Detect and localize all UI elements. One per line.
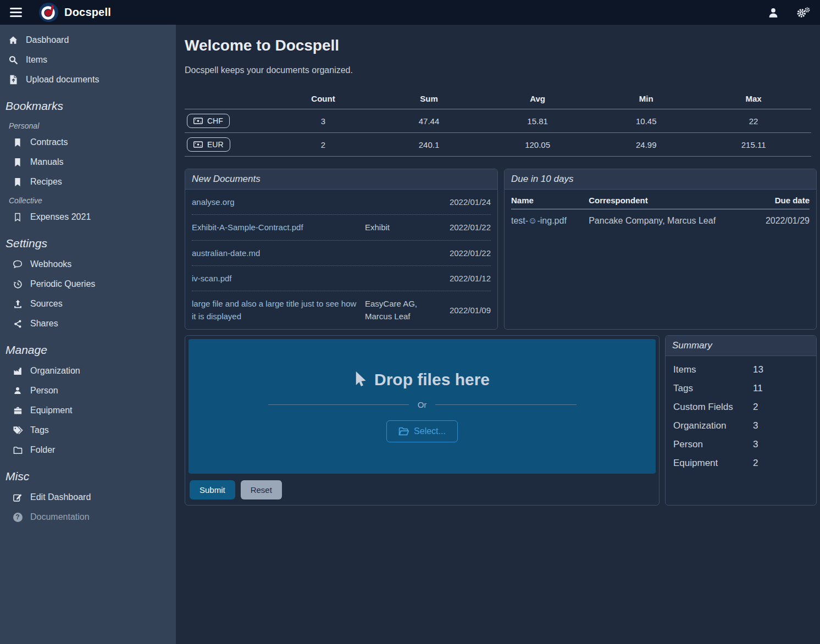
stat-value: 10.45 — [596, 109, 696, 133]
bookmark-outline-icon — [12, 213, 23, 222]
list-item: Organization 3 — [673, 417, 808, 435]
stat-value: 2 — [267, 133, 379, 157]
page-subtitle: Docspell keeps your documents organized. — [185, 65, 817, 75]
sidebar-item-contracts[interactable]: Contracts — [0, 132, 176, 152]
sidebar: Dasbhoard Items Upload documents Bookmar… — [0, 25, 176, 644]
sidebar-item-expenses-2021[interactable]: Expenses 2021 — [0, 207, 176, 227]
currency-label: EUR — [207, 140, 224, 149]
share-nodes-icon — [12, 319, 23, 329]
sidebar-item-equipment[interactable]: Equipment — [0, 401, 176, 420]
panel-title: New Documents — [185, 169, 497, 190]
document-date: 2022/01/22 — [441, 223, 491, 232]
main-content: Welcome to Docspell Docspell keeps your … — [176, 25, 820, 644]
document-link[interactable]: iv-scan.pdf — [192, 272, 359, 285]
summary-value: 3 — [753, 439, 758, 450]
list-item: Items 13 — [673, 360, 808, 379]
settings-gears-icon[interactable] — [796, 7, 810, 19]
list-item: Tags 11 — [673, 379, 808, 398]
bookmark-icon — [12, 177, 23, 187]
sidebar-item-documentation[interactable]: Documentation — [0, 507, 176, 527]
currency-chf-button[interactable]: CHF — [187, 114, 230, 128]
stats-col-count: Count — [267, 91, 379, 109]
edit-icon — [12, 493, 23, 502]
stat-value: 215.11 — [696, 133, 811, 157]
home-icon — [8, 35, 19, 45]
drop-files-label: Drop files here — [354, 370, 490, 389]
document-date: 2022/01/22 — [441, 248, 491, 258]
list-item: iv-scan.pdf 2022/01/12 — [192, 266, 491, 291]
summary-value: 2 — [753, 402, 758, 413]
document-link[interactable]: australian-date.md — [192, 247, 359, 259]
folder-open-icon — [398, 427, 409, 436]
document-link[interactable]: analyse.org — [192, 196, 359, 208]
sidebar-item-periodic-queries[interactable]: Periodic Queries — [0, 274, 176, 294]
tags-icon — [12, 426, 23, 435]
sidebar-item-recipes[interactable]: Recipes — [0, 172, 176, 192]
sidebar-item-label: Person — [30, 386, 58, 396]
sidebar-item-folder[interactable]: Folder — [0, 440, 176, 460]
sidebar-section-misc: Misc — [0, 460, 176, 487]
summary-value: 3 — [753, 420, 758, 431]
currency-eur-button[interactable]: EUR — [187, 137, 230, 152]
stat-value: 3 — [267, 109, 379, 133]
summary-value: 13 — [753, 364, 763, 375]
sidebar-item-person[interactable]: Person — [0, 381, 176, 401]
toolbox-icon — [12, 406, 23, 415]
sidebar-item-items[interactable]: Items — [0, 50, 176, 70]
sidebar-item-sources[interactable]: Sources — [0, 294, 176, 314]
sidebar-sub-personal: Personal — [0, 117, 176, 132]
summary-panel: Summary Items 13 Tags 11 Custom Fields 2 — [665, 335, 817, 506]
sidebar-item-organization[interactable]: Organization — [0, 361, 176, 381]
folder-icon — [12, 446, 23, 454]
currency-stats-table: Count Sum Avg Min Max CHF 3 47. — [185, 91, 811, 157]
user-icon[interactable] — [767, 7, 779, 19]
sidebar-item-label: Items — [26, 55, 47, 65]
sidebar-item-label: Recipes — [30, 177, 62, 187]
file-upload-icon — [8, 75, 19, 85]
due-col-duedate: Due date — [744, 191, 810, 209]
reset-button[interactable]: Reset — [241, 480, 282, 499]
sidebar-item-tags[interactable]: Tags — [0, 420, 176, 440]
submit-button[interactable]: Submit — [190, 480, 235, 499]
or-label: Or — [418, 400, 427, 409]
document-link[interactable]: Exhibit-A-Sample-Contract.pdf — [192, 221, 359, 234]
sidebar-item-label: Edit Dashboard — [30, 492, 91, 502]
dropzone[interactable]: Drop files here Or Select... — [189, 339, 656, 474]
sidebar-item-edit-dashboard[interactable]: Edit Dashboard — [0, 487, 176, 507]
sidebar-item-label: Sources — [30, 299, 63, 309]
sidebar-item-label: Webhooks — [30, 259, 71, 269]
stat-value: 120.05 — [479, 133, 596, 157]
menu-hamburger-icon[interactable] — [10, 5, 23, 19]
sidebar-section-settings: Settings — [0, 227, 176, 254]
sidebar-item-webhooks[interactable]: Webhooks — [0, 254, 176, 274]
document-correspondent: Pancake Company, Marcus Leaf — [589, 209, 744, 233]
sidebar-item-label: Organization — [30, 366, 80, 376]
summary-value: 11 — [753, 383, 763, 394]
stat-value: 22 — [696, 109, 811, 133]
select-files-button[interactable]: Select... — [386, 420, 458, 442]
sidebar-item-dashboard[interactable]: Dasbhoard — [0, 30, 176, 50]
sidebar-sub-collective: Collective — [0, 192, 176, 207]
due-table: Name Correspondent Due date test-☺-ing.p… — [511, 191, 810, 232]
document-date: 2022/01/24 — [441, 197, 491, 207]
summary-label: Custom Fields — [673, 402, 753, 413]
sidebar-item-label: Tags — [30, 425, 49, 435]
document-correspondent: EasyCare AG, Marcus Leaf — [365, 297, 436, 323]
stats-col-min: Min — [596, 91, 696, 109]
sidebar-item-label: Documentation — [30, 512, 90, 522]
sidebar-item-upload-documents[interactable]: Upload documents — [0, 70, 176, 90]
document-date: 2022/01/09 — [441, 306, 491, 315]
summary-label: Organization — [673, 420, 753, 431]
new-documents-panel: New Documents analyse.org 2022/01/24 Exh… — [185, 169, 498, 330]
document-link[interactable]: test-☺-ing.pdf — [511, 209, 589, 233]
comment-icon — [12, 260, 23, 269]
cursor-arrow-icon — [354, 371, 368, 388]
summary-label: Tags — [673, 383, 753, 394]
document-link[interactable]: large file and also a large title just t… — [192, 297, 359, 323]
upload-icon — [12, 299, 23, 309]
summary-label: Person — [673, 439, 753, 450]
sidebar-item-label: Expenses 2021 — [30, 212, 91, 222]
sidebar-item-manuals[interactable]: Manuals — [0, 152, 176, 172]
sidebar-item-shares[interactable]: Shares — [0, 314, 176, 334]
document-due-date: 2022/01/29 — [744, 209, 810, 233]
